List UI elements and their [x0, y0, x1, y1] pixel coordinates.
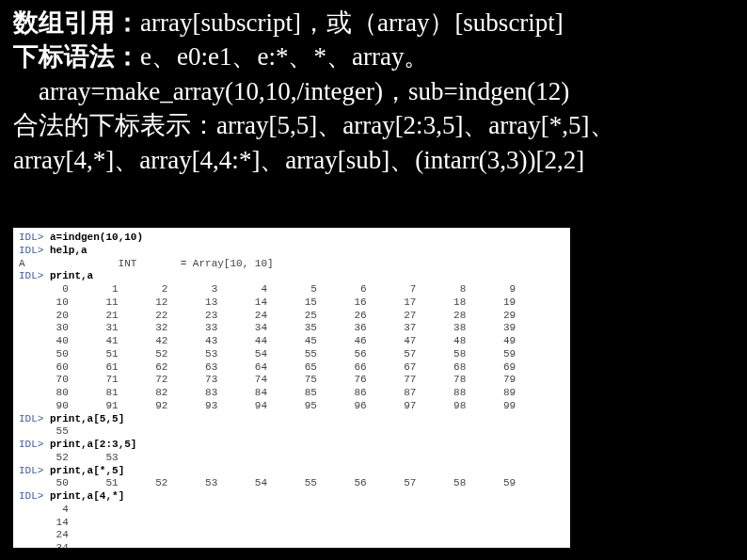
- matrix-row: 80 81 82 83 84 85 86 87 88 89: [19, 387, 516, 398]
- legal-subscript-label: 合法的下标表示：: [13, 111, 216, 139]
- output-help: A INT = Array[10, 10]: [19, 258, 274, 269]
- subscript-syntax-body: e、e0:e1、e:*、*、array。: [140, 42, 429, 71]
- cmd-print-astar5: print,a[*,5]: [50, 465, 124, 476]
- matrix-row: 20 21 22 23 24 25 26 27 28 29: [19, 310, 516, 321]
- matrix-row: 30 31 32 33 34 35 36 37 38 39: [19, 322, 516, 333]
- col4-row: 4: [19, 504, 69, 515]
- slide: 数组引用：array[subscript]，或（array）[subscript…: [0, 0, 747, 560]
- cmd-help: help,a: [50, 245, 87, 256]
- col4-row: 24: [19, 529, 69, 540]
- cmd-print-a: print,a: [50, 270, 93, 281]
- main-text: 数组引用：array[subscript]，或（array）[subscript…: [13, 6, 721, 177]
- prompt: IDL>: [19, 490, 50, 502]
- output-a55: 55: [19, 425, 69, 437]
- col4-row: 14: [19, 517, 69, 528]
- output-astar5: 50 51 52 53 54 55 56 57 58 59: [19, 477, 516, 488]
- label-subscript-syntax: 下标语法：: [13, 42, 140, 71]
- cmd-print-a4star: print,a[4,*]: [50, 490, 124, 502]
- cmd-print-a55: print,a[5,5]: [50, 413, 124, 424]
- col4-row: 34: [19, 542, 69, 548]
- prompt: IDL>: [19, 413, 50, 424]
- matrix-row: 60 61 62 63 64 65 66 67 68 69: [19, 361, 516, 373]
- matrix-row: 10 11 12 13 14 15 16 17 18 19: [19, 296, 516, 308]
- cmd-indgen: a=indgen(10,10): [50, 232, 143, 243]
- prompt: IDL>: [19, 245, 50, 256]
- matrix-row: 90 91 92 93 94 95 96 97 98 99: [19, 400, 516, 411]
- prompt: IDL>: [19, 270, 50, 281]
- prompt: IDL>: [19, 465, 50, 476]
- prompt: IDL>: [19, 232, 50, 243]
- prompt: IDL>: [19, 439, 50, 450]
- array-reference-body: array[subscript]，或（array）[subscript]: [140, 8, 564, 37]
- matrix-row: 0 1 2 3 4 5 6 7 8 9: [19, 283, 516, 295]
- matrix-row: 70 71 72 73 74 75 76 77 78 79: [19, 374, 516, 385]
- matrix-row: 50 51 52 53 54 55 56 57 58 59: [19, 348, 516, 360]
- matrix-row: 40 41 42 43 44 45 46 47 48 49: [19, 335, 516, 346]
- output-a23-5: 52 53: [19, 452, 119, 463]
- idl-console: IDL> a=indgen(10,10) IDL> help,a A INT =…: [13, 228, 570, 548]
- make-array-line: array=make_array(10,10,/integer)，sub=ind…: [13, 77, 569, 105]
- label-array-reference: 数组引用：: [13, 8, 140, 37]
- cmd-print-a23-5: print,a[2:3,5]: [50, 439, 136, 450]
